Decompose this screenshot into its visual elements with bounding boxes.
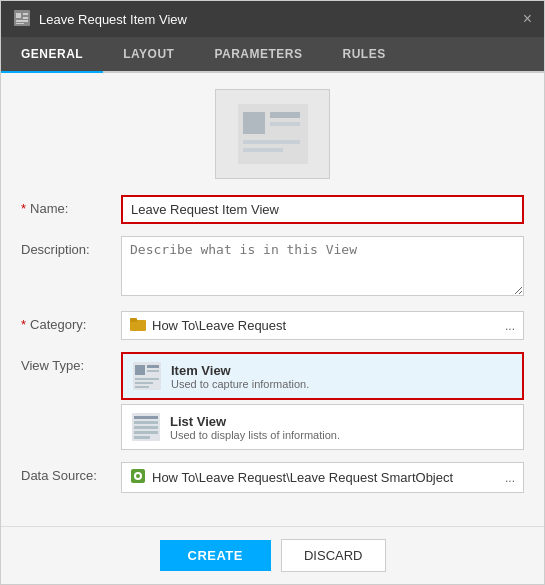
svg-rect-5 [16, 23, 24, 24]
svg-rect-15 [135, 365, 145, 375]
tab-general[interactable]: GENERAL [1, 37, 103, 73]
smartobject-icon [130, 468, 146, 487]
svg-rect-26 [134, 436, 150, 439]
create-button[interactable]: CREATE [160, 540, 271, 571]
description-input[interactable] [121, 236, 524, 296]
svg-rect-13 [130, 318, 137, 322]
tab-rules[interactable]: RULES [323, 37, 406, 71]
list-view-title: List View [170, 414, 340, 429]
datasource-label: Data Source: [21, 462, 121, 483]
datasource-selector[interactable]: How To\Leave Request\Leave Request Smart… [121, 462, 524, 493]
svg-rect-7 [243, 112, 265, 134]
datasource-ellipsis-button[interactable]: ... [505, 471, 515, 485]
view-type-row: View Type: Item View [21, 352, 524, 450]
title-bar: Leave Request Item View × [1, 1, 544, 37]
tab-layout[interactable]: LAYOUT [103, 37, 194, 71]
description-row: Description: [21, 236, 524, 299]
name-input[interactable] [121, 195, 524, 224]
category-selector[interactable]: How To\Leave Request ... [121, 311, 524, 340]
close-button[interactable]: × [523, 11, 532, 27]
item-view-option[interactable]: Item View Used to capture information. [121, 352, 524, 400]
discard-button[interactable]: DISCARD [281, 539, 386, 572]
svg-rect-8 [270, 112, 300, 118]
svg-rect-20 [135, 386, 149, 388]
description-field [121, 236, 524, 299]
svg-rect-19 [135, 382, 153, 384]
list-view-desc: Used to display lists of information. [170, 429, 340, 441]
svg-rect-1 [16, 13, 21, 18]
datasource-field: How To\Leave Request\Leave Request Smart… [121, 462, 524, 493]
list-view-icon [132, 413, 160, 441]
svg-rect-9 [270, 122, 300, 126]
title-bar-left: Leave Request Item View [13, 9, 187, 30]
item-view-desc: Used to capture information. [171, 378, 309, 390]
dialog: Leave Request Item View × GENERAL LAYOUT… [0, 0, 545, 585]
category-ellipsis-button[interactable]: ... [505, 319, 515, 333]
tab-parameters[interactable]: PARAMETERS [194, 37, 322, 71]
view-type-label: View Type: [21, 352, 121, 373]
category-value: How To\Leave Request [152, 318, 501, 333]
footer: CREATE DISCARD [1, 526, 544, 584]
name-field [121, 195, 524, 224]
name-required-star: * [21, 201, 26, 216]
svg-rect-18 [135, 378, 159, 380]
category-label: *Category: [21, 311, 121, 332]
svg-rect-17 [147, 370, 159, 372]
title-bar-icon [13, 9, 31, 30]
folder-icon [130, 317, 146, 334]
svg-rect-22 [134, 416, 158, 419]
view-options: Item View Used to capture information. [121, 352, 524, 450]
svg-rect-3 [23, 17, 28, 19]
datasource-value: How To\Leave Request\Leave Request Smart… [152, 470, 501, 485]
preview-area [21, 89, 524, 179]
item-view-title: Item View [171, 363, 309, 378]
svg-rect-23 [134, 421, 158, 424]
svg-rect-10 [243, 140, 300, 144]
name-label: *Name: [21, 195, 121, 216]
name-row: *Name: [21, 195, 524, 224]
list-view-option[interactable]: List View Used to display lists of infor… [121, 404, 524, 450]
item-view-icon [133, 362, 161, 390]
item-view-info: Item View Used to capture information. [171, 363, 309, 390]
category-field: How To\Leave Request ... [121, 311, 524, 340]
preview-box [215, 89, 330, 179]
svg-rect-2 [23, 13, 28, 15]
form-content: *Name: Description: *Category: [1, 73, 544, 526]
svg-rect-16 [147, 365, 159, 368]
svg-rect-4 [16, 20, 28, 22]
svg-rect-25 [134, 431, 158, 434]
svg-point-29 [136, 474, 140, 478]
datasource-row: Data Source: How To\Leave Request\Leave … [21, 462, 524, 493]
description-label: Description: [21, 236, 121, 257]
list-view-info: List View Used to display lists of infor… [170, 414, 340, 441]
category-row: *Category: How To\Leave Request ... [21, 311, 524, 340]
category-required-star: * [21, 317, 26, 332]
item-view-preview-icon [238, 104, 308, 164]
tab-bar: GENERAL LAYOUT PARAMETERS RULES [1, 37, 544, 73]
svg-rect-24 [134, 426, 158, 429]
dialog-title: Leave Request Item View [39, 12, 187, 27]
svg-rect-11 [243, 148, 283, 152]
